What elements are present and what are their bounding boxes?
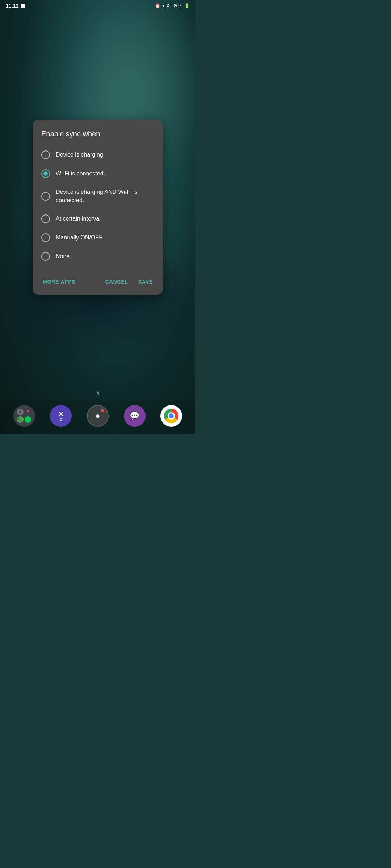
dock-app-camera[interactable]: ● (87, 405, 109, 427)
messages-mini-icon (25, 416, 31, 423)
cancel-button[interactable]: CANCEL (104, 276, 130, 288)
settings-mini-icon: ⚙ (17, 409, 24, 415)
radio-charging[interactable] (41, 150, 50, 159)
option-charging[interactable]: Device is charging. (41, 145, 154, 164)
chevron-up-icon: ∧ (96, 389, 100, 397)
dock-app-multi[interactable]: ⚙ 📍 📞 (13, 405, 35, 427)
option-interval[interactable]: At certain interval (41, 209, 154, 228)
status-bar: 11:12 ⏰ ▾ ✗↑ 80% 🔋 (0, 0, 196, 10)
status-left: 11:12 (6, 3, 25, 9)
dialog-actions: MORE APPS CANCEL SAVE (41, 275, 154, 288)
dock-app-tasks[interactable]: ✕≡ (50, 405, 72, 427)
option-none-label: None. (56, 252, 71, 260)
option-charging-label: Device is charging. (56, 151, 105, 159)
app-dock: ⚙ 📍 📞 ✕≡ ● 💬 (0, 401, 196, 434)
phone-mini-icon: 📞 (17, 416, 24, 423)
radio-interval[interactable] (41, 214, 50, 223)
messenger-icon: 💬 (130, 411, 139, 421)
tasks-icon: ✕≡ (58, 410, 64, 422)
option-wifi-label: Wi-Fi is connected. (56, 170, 105, 178)
nav-chevron[interactable]: ∧ (0, 386, 196, 401)
option-wifi[interactable]: Wi-Fi is connected. (41, 164, 154, 183)
main-area: Enable sync when: Device is charging. Wi… (0, 10, 196, 433)
bottom-area: ∧ ⚙ 📍 📞 ✕≡ ● 💬 (0, 386, 196, 434)
radio-group: Device is charging. Wi-Fi is connected. … (41, 145, 154, 266)
signal-icon: ✗↑ (166, 3, 172, 8)
chrome-icon (164, 409, 178, 423)
camera-icon: ● (95, 411, 100, 421)
camera-dot (101, 409, 104, 412)
radio-charging-wifi[interactable] (41, 192, 50, 201)
multi-icon-grid: ⚙ 📍 📞 (17, 409, 31, 423)
dock-app-messenger[interactable]: 💬 (124, 405, 146, 427)
radio-manual[interactable] (41, 233, 50, 242)
status-right: ⏰ ▾ ✗↑ 80% 🔋 (155, 3, 190, 8)
option-charging-wifi[interactable]: Device is charging AND Wi-Fi is connecte… (41, 183, 154, 209)
sync-dialog: Enable sync when: Device is charging. Wi… (33, 120, 163, 295)
option-none[interactable]: None. (41, 247, 154, 266)
status-square-icon (21, 4, 25, 8)
status-time: 11:12 (6, 3, 19, 9)
save-button[interactable]: SAVE (137, 276, 154, 288)
action-buttons-right: CANCEL SAVE (104, 276, 154, 288)
battery-percent: 80% (174, 3, 182, 8)
battery-icon: 🔋 (184, 3, 190, 8)
radio-wifi[interactable] (41, 169, 50, 178)
maps-mini-icon: 📍 (25, 409, 31, 415)
alarm-icon: ⏰ (155, 3, 160, 8)
dock-app-chrome[interactable] (160, 405, 182, 427)
option-charging-wifi-label: Device is charging AND Wi-Fi is connecte… (56, 188, 154, 204)
radio-none[interactable] (41, 252, 50, 261)
option-manual-label: Manually ON/OFF. (56, 234, 104, 242)
wifi-icon: ▾ (162, 3, 164, 8)
dialog-title: Enable sync when: (41, 130, 154, 138)
more-apps-button[interactable]: MORE APPS (41, 276, 77, 288)
option-interval-label: At certain interval (56, 215, 101, 223)
option-manual[interactable]: Manually ON/OFF. (41, 228, 154, 247)
